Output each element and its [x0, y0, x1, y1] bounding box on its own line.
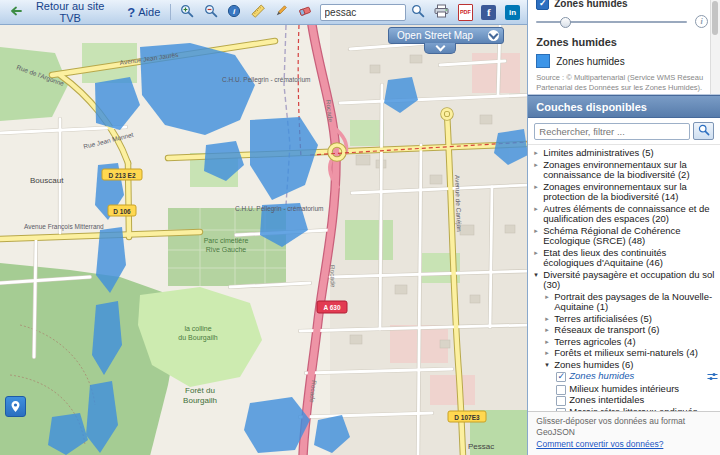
layer-label: Zonages environnementaux sur la protecti… — [543, 182, 718, 203]
linkedin-share-button[interactable]: in — [502, 2, 524, 22]
layer-branch-item[interactable]: ▸Etat des lieux des continuités écologiq… — [532, 248, 718, 269]
map-column: Retour au site TVB ? Aide i — [0, 0, 527, 455]
draw-button[interactable] — [270, 2, 292, 22]
expand-arrow-icon[interactable]: ▸ — [545, 314, 554, 324]
layer-label: Terres artificialisées (5) — [554, 314, 718, 325]
basemap-label: Open Street Map — [397, 30, 473, 41]
place-label: Pessac — [468, 442, 494, 451]
layer-label: Terres agricoles (4) — [554, 337, 718, 348]
zoom-in-button[interactable] — [176, 2, 198, 22]
zoom-out-button[interactable] — [200, 2, 222, 22]
layer-label: Milieux humides intérieurs — [569, 384, 718, 395]
expand-arrow-icon[interactable]: ▸ — [534, 248, 543, 258]
expand-arrow-icon[interactable]: ▸ — [534, 204, 543, 214]
layer-leaf-item[interactable]: Zones intertidales — [532, 395, 718, 406]
layer-leaf-item[interactable]: ✓Zones humides — [532, 371, 718, 383]
active-layer-row[interactable]: ✓ Zones humides — [536, 0, 708, 10]
legend-scrollbar[interactable] — [710, 0, 720, 94]
layer-branch-item[interactable]: ▾Diversité paysagère et occupation du so… — [532, 270, 718, 291]
layer-branch-item[interactable]: ▸Terres agricoles (4) — [532, 337, 718, 348]
road-label: Rocade — [329, 265, 337, 288]
layer-checkbox[interactable] — [556, 396, 566, 406]
pdf-export-button[interactable]: PDF — [455, 2, 477, 22]
layer-checkbox[interactable] — [556, 408, 566, 411]
layer-visibility-checkbox[interactable]: ✓ — [536, 0, 549, 10]
layer-branch-item[interactable]: ▸Zonages environnementaux sur la protect… — [532, 182, 718, 203]
slider-handle[interactable] — [560, 17, 571, 28]
layer-branch-item[interactable]: ▸Terres artificialisées (5) — [532, 314, 718, 325]
layer-label: Réseaux de transport (6) — [554, 325, 718, 336]
layer-checkbox[interactable] — [556, 385, 566, 395]
print-button[interactable] — [431, 2, 453, 22]
expand-arrow-icon[interactable]: ▸ — [545, 337, 554, 347]
layer-opacity-icon[interactable] — [707, 372, 718, 384]
layer-branch-item[interactable]: ▸Forêts et milieux semi-naturels (4) — [532, 348, 718, 359]
map-viewport[interactable]: D 213 E2 D 106 A 630 D 107E3 Avenue Jean… — [0, 25, 527, 455]
expand-arrow-icon[interactable]: ▸ — [545, 348, 554, 358]
layer-filter-input[interactable] — [534, 123, 690, 140]
layers-panel-header: Couches disponibles — [528, 95, 720, 118]
road-shield: A 630 — [317, 301, 347, 313]
map-brand-logo[interactable] — [5, 396, 26, 417]
main-toolbar: Retour au site TVB ? Aide i — [0, 0, 527, 25]
active-layer-name: Zones humides — [554, 0, 627, 9]
erase-button[interactable] — [294, 2, 316, 22]
printer-icon — [434, 4, 449, 21]
map-canvas: D 213 E2 D 106 A 630 D 107E3 Avenue Jean… — [0, 25, 527, 455]
zoom-out-icon — [204, 4, 218, 21]
layer-filter-button[interactable] — [693, 122, 714, 140]
basemap-knob-icon — [488, 30, 499, 41]
location-search-input[interactable] — [320, 4, 406, 21]
pencil-icon — [274, 4, 288, 21]
expand-arrow-icon[interactable]: ▸ — [534, 148, 543, 158]
layer-info-icon[interactable]: i — [695, 15, 708, 28]
layer-branch-item[interactable]: ▾Zones humides (6) — [532, 360, 718, 371]
side-panel: ✓ Zones humides i Zones humides Zones hu… — [527, 0, 720, 455]
back-to-site-button[interactable]: Retour au site TVB — [4, 2, 120, 22]
layer-branch-item[interactable]: ▸Portrait des paysages de la Nouvelle-Aq… — [532, 292, 718, 313]
svg-text:A 630: A 630 — [323, 304, 340, 311]
legend-entry-label: Zones humides — [556, 56, 624, 67]
measure-button[interactable] — [247, 2, 269, 22]
layer-branch-item[interactable]: ▸Réseaux de transport (6) — [532, 325, 718, 336]
layer-branch-item[interactable]: ▸Zonages environnementaux sur la connais… — [532, 160, 718, 181]
basemap-dropdown-tab[interactable] — [424, 43, 456, 54]
zoom-in-icon — [180, 4, 194, 21]
road-shield: D 213 E2 — [102, 169, 142, 180]
svg-text:D 107E3: D 107E3 — [454, 414, 480, 421]
basemap-selector[interactable]: Open Street Map — [388, 27, 504, 44]
layer-leaf-item[interactable]: Milieux humides intérieurs — [532, 384, 718, 395]
layer-label: Autres éléments de connaissance et de qu… — [543, 204, 718, 225]
expand-arrow-icon[interactable]: ▸ — [534, 160, 543, 170]
expand-arrow-icon[interactable]: ▸ — [534, 226, 543, 236]
layers-tree: ▸Limites administratives (5)▸Zonages env… — [528, 145, 720, 411]
search-submit-button[interactable] — [408, 2, 430, 22]
help-button[interactable]: ? Aide — [122, 2, 165, 22]
opacity-slider[interactable] — [536, 21, 687, 23]
poi-label: C.H.U. Pellegrin - crématorium — [235, 205, 324, 213]
layer-label: Schéma Régional de Cohérence Ecologique … — [543, 226, 718, 247]
svg-text:D 106: D 106 — [113, 208, 131, 215]
expand-arrow-icon[interactable]: ▸ — [534, 182, 543, 192]
layer-branch-item[interactable]: ▸Autres éléments de connaissance et de q… — [532, 204, 718, 225]
layer-label: Zones humides — [569, 371, 705, 382]
hill-label: la colline — [184, 325, 211, 332]
layer-branch-item[interactable]: ▸Schéma Régional de Cohérence Ecologique… — [532, 226, 718, 247]
marker-icon — [9, 400, 22, 413]
layer-label: Portrait des paysages de la Nouvelle-Aqu… — [554, 292, 718, 313]
collapse-arrow-icon[interactable]: ▾ — [534, 270, 543, 280]
layer-label: Etat des lieux des continuités écologiqu… — [543, 248, 718, 269]
layer-branch-item[interactable]: ▸Limites administratives (5) — [532, 148, 718, 159]
toolbar-separator — [170, 4, 171, 20]
collapse-arrow-icon[interactable]: ▾ — [545, 360, 554, 370]
scrollbar-thumb[interactable] — [712, 1, 718, 35]
info-button[interactable]: i — [223, 2, 245, 22]
expand-arrow-icon[interactable]: ▸ — [545, 325, 554, 335]
expand-arrow-icon[interactable]: ▸ — [545, 292, 554, 302]
layer-filter-row — [528, 118, 720, 145]
facebook-share-button[interactable]: f — [478, 2, 500, 22]
convert-data-link[interactable]: Comment convertir vos données? — [536, 439, 663, 449]
layer-label: Zonages environnementaux sur la connaiss… — [543, 160, 718, 181]
help-icon: ? — [127, 5, 135, 20]
layer-checkbox[interactable]: ✓ — [556, 372, 566, 382]
